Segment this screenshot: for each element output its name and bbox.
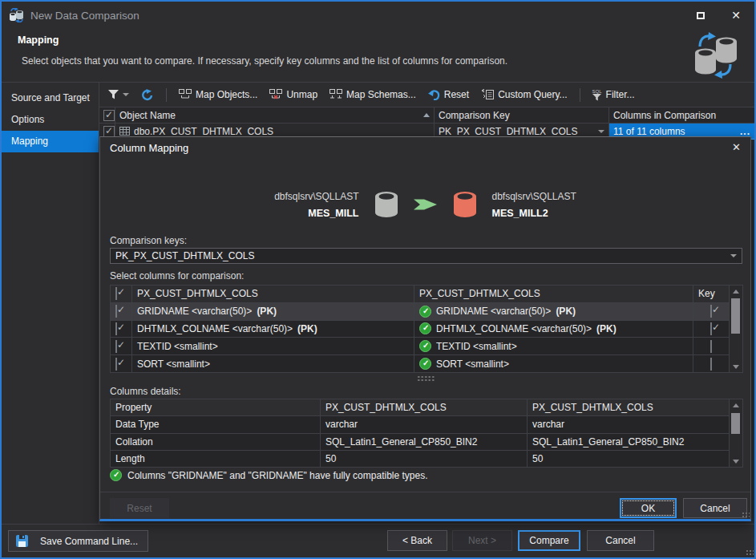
grid-header-checkbox-cell[interactable] bbox=[99, 107, 115, 123]
scroll-up-arrow[interactable] bbox=[730, 399, 742, 411]
scroll-down-arrow[interactable] bbox=[730, 456, 742, 467]
dialog-close-button[interactable]: ✕ bbox=[732, 141, 741, 153]
detail-source-value: varchar bbox=[321, 416, 528, 433]
maximize-button[interactable] bbox=[689, 5, 713, 26]
filter-button[interactable]: SQL Filter... bbox=[590, 87, 637, 103]
target-column-name: SORT <smallint> bbox=[436, 358, 509, 370]
map-objects-label: Map Objects... bbox=[196, 89, 257, 100]
column-row-sort[interactable]: SORT <smallint> SORT <smallint> bbox=[111, 355, 730, 373]
grid-header-object-name[interactable]: Object Name bbox=[115, 107, 435, 123]
refresh-icon bbox=[141, 89, 154, 101]
back-button[interactable]: < Back bbox=[387, 530, 447, 551]
target-table-header: PX_CUST_DHTMLX_COLS bbox=[414, 286, 693, 303]
row-object-name: dbo.PX_CUST_DHTMLX_COLS bbox=[134, 126, 273, 137]
details-header-source: PX_CUST_DHTMLX_COLS bbox=[321, 399, 528, 416]
details-row-collation[interactable]: Collation SQL_Latin1_General_CP850_BIN2 … bbox=[111, 433, 730, 450]
target-column-name: TEXTID <smallint> bbox=[436, 341, 517, 352]
pk-badge: (PK) bbox=[297, 323, 317, 334]
map-objects-button[interactable]: Map Objects... bbox=[176, 87, 260, 103]
column-row-gridname[interactable]: GRIDNAME <varchar(50)>(PK) GRIDNAME <var… bbox=[111, 302, 730, 320]
details-header-row: Property PX_CUST_DHTMLX_COLS PX_CUST_DHT… bbox=[111, 399, 730, 416]
funnel-icon bbox=[108, 90, 119, 99]
sidebar-item-options[interactable]: Options bbox=[2, 109, 99, 131]
columns-table-header-row: PX_CUST_DHTMLX_COLS PX_CUST_DHTMLX_COLS … bbox=[111, 286, 730, 303]
dialog-resize-grip[interactable] bbox=[742, 512, 750, 518]
column-checkbox[interactable] bbox=[115, 340, 117, 353]
key-checkbox[interactable] bbox=[710, 358, 712, 371]
grid-header-comparison-key[interactable]: Comparison Key bbox=[435, 107, 609, 123]
toolbar-separator bbox=[166, 88, 167, 102]
scrollbar-thumb[interactable] bbox=[731, 298, 740, 334]
column-checkbox[interactable] bbox=[115, 305, 117, 318]
filter-dropdown-button[interactable] bbox=[106, 87, 131, 102]
row-columns-in-comparison-value: 11 of 11 columns bbox=[613, 126, 685, 137]
sidebar-item-mapping[interactable]: Mapping bbox=[2, 131, 99, 152]
splitter-handle[interactable] bbox=[417, 375, 435, 382]
next-button[interactable]: Next > bbox=[452, 530, 512, 551]
window-resize-grip[interactable] bbox=[746, 549, 754, 557]
column-checkbox[interactable] bbox=[115, 322, 117, 335]
grid-header-columns-in-comparison[interactable]: Columns in Comparison bbox=[609, 107, 754, 123]
dialog-cancel-button[interactable]: Cancel bbox=[683, 498, 747, 518]
target-column-name: GRIDNAME <varchar(50)> bbox=[436, 306, 551, 317]
comparison-keys-value: PK_PX_CUST_DHTMLX_COLS bbox=[115, 250, 254, 261]
unmap-button[interactable]: Unmap bbox=[267, 87, 320, 103]
reset-button[interactable]: Reset bbox=[426, 87, 471, 103]
detail-source-value: SQL_Latin1_General_CP850_BIN2 bbox=[321, 433, 528, 450]
key-checkbox[interactable] bbox=[710, 322, 712, 335]
key-checkbox[interactable] bbox=[710, 340, 712, 353]
chevron-down-icon bbox=[730, 254, 737, 257]
header-checkbox-cell[interactable] bbox=[111, 286, 132, 303]
select-all-checkbox[interactable] bbox=[103, 110, 115, 121]
compare-button[interactable]: Compare bbox=[518, 530, 580, 551]
save-command-line-label: Save Command Line... bbox=[40, 536, 138, 547]
sidebar-item-source-and-target[interactable]: Source and Target bbox=[2, 87, 99, 109]
status-ok-icon bbox=[110, 469, 122, 481]
select-all-columns-checkbox[interactable] bbox=[115, 287, 117, 300]
column-row-dhtmlx-colname[interactable]: DHTMLX_COLNAME <varchar(50)>(PK) DHTMLX_… bbox=[111, 320, 730, 338]
object-name-header-label: Object Name bbox=[119, 110, 176, 121]
close-icon: ✕ bbox=[732, 141, 741, 153]
key-checkbox[interactable] bbox=[710, 305, 712, 318]
dialog-title: Column Mapping bbox=[100, 137, 750, 160]
ellipsis-button[interactable]: ... bbox=[740, 126, 750, 137]
ok-button[interactable]: OK bbox=[620, 498, 677, 518]
scroll-down-arrow[interactable] bbox=[730, 361, 742, 372]
comparison-keys-combobox[interactable]: PK_PX_CUST_DHTMLX_COLS bbox=[110, 248, 742, 264]
scroll-up-arrow[interactable] bbox=[730, 286, 742, 297]
row-checkbox[interactable] bbox=[103, 126, 115, 137]
scrollbar-thumb[interactable] bbox=[731, 413, 740, 434]
custom-query-button[interactable]: Custom Query... bbox=[479, 87, 569, 103]
detail-property: Data Type bbox=[111, 416, 321, 433]
details-row-data-type[interactable]: Data Type varchar varchar bbox=[111, 416, 730, 433]
map-schemas-label: Map Schemas... bbox=[346, 89, 416, 100]
columns-comparison-table: PX_CUST_DHTMLX_COLS PX_CUST_DHTMLX_COLS … bbox=[110, 285, 742, 373]
source-column-name: DHTMLX_COLNAME <varchar(50)> bbox=[137, 323, 293, 334]
custom-query-icon bbox=[481, 89, 494, 100]
map-schemas-button[interactable]: Map Schemas... bbox=[327, 87, 418, 103]
cancel-button[interactable]: Cancel bbox=[587, 530, 654, 551]
custom-query-label: Custom Query... bbox=[498, 89, 567, 100]
target-database-icon bbox=[452, 190, 478, 219]
details-table-scrollbar[interactable] bbox=[730, 399, 743, 468]
new-data-comparison-window: New Data Comparison ✕ Mapping Select obj… bbox=[0, 0, 756, 559]
details-header-target: PX_CUST_DHTMLX_COLS bbox=[528, 399, 730, 416]
filter-label: Filter... bbox=[606, 89, 635, 100]
maximize-icon bbox=[697, 12, 705, 19]
details-row-length[interactable]: Length 50 50 bbox=[111, 450, 730, 467]
source-column-name: GRIDNAME <varchar(50)> bbox=[137, 306, 252, 317]
refresh-button[interactable] bbox=[139, 87, 156, 103]
column-checkbox[interactable] bbox=[115, 358, 117, 371]
sort-ascending-icon bbox=[423, 113, 430, 117]
columns-table-scrollbar[interactable] bbox=[730, 285, 743, 373]
column-row-textid[interactable]: TEXTID <smallint> TEXTID <smallint> bbox=[111, 338, 730, 355]
sidebar: Source and Target Options Mapping bbox=[2, 83, 99, 524]
save-command-line-button[interactable]: Save Command Line... bbox=[8, 530, 148, 552]
dialog-reset-button[interactable]: Reset bbox=[110, 498, 169, 518]
pk-badge: (PK) bbox=[257, 306, 277, 317]
source-server: dbfsqlsrv\SQLLAST bbox=[274, 191, 358, 202]
target-column-name: DHTMLX_COLNAME <varchar(50)> bbox=[436, 323, 592, 334]
table-icon bbox=[119, 127, 130, 136]
footer-bar: Save Command Line... < Back Next > Compa… bbox=[2, 524, 754, 557]
close-button[interactable]: ✕ bbox=[724, 5, 748, 26]
